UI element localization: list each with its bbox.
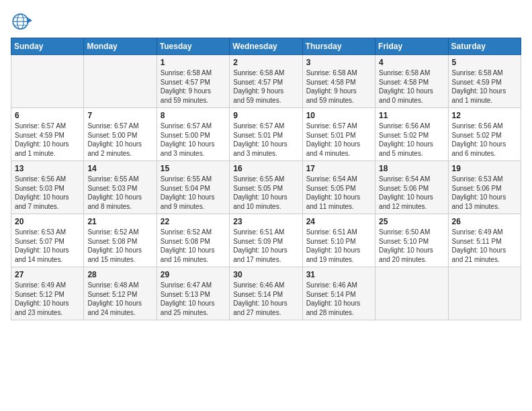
day-number: 20 [15, 217, 80, 226]
day-number: 21 [87, 217, 152, 226]
calendar-cell: 21Sunrise: 6:52 AM Sunset: 5:08 PM Dayli… [84, 214, 157, 267]
calendar-cell: 29Sunrise: 6:47 AM Sunset: 5:13 PM Dayli… [157, 267, 229, 320]
calendar-cell: 27Sunrise: 6:49 AM Sunset: 5:12 PM Dayli… [11, 267, 84, 320]
day-number: 7 [87, 111, 152, 120]
calendar-cell: 6Sunrise: 6:57 AM Sunset: 4:59 PM Daylig… [11, 108, 84, 161]
calendar-table: SundayMondayTuesdayWednesdayThursdayFrid… [11, 38, 521, 320]
calendar-cell: 28Sunrise: 6:48 AM Sunset: 5:12 PM Dayli… [84, 267, 157, 320]
calendar-cell: 7Sunrise: 6:57 AM Sunset: 5:00 PM Daylig… [84, 108, 157, 161]
week-row-2: 6Sunrise: 6:57 AM Sunset: 4:59 PM Daylig… [11, 108, 521, 161]
day-number: 15 [161, 164, 226, 173]
day-number: 31 [306, 270, 371, 279]
day-number: 30 [233, 270, 298, 279]
calendar-cell: 16Sunrise: 6:55 AM Sunset: 5:05 PM Dayli… [230, 161, 302, 214]
cell-content: Sunrise: 6:49 AM Sunset: 5:12 PM Dayligh… [15, 281, 80, 317]
week-row-3: 13Sunrise: 6:56 AM Sunset: 5:03 PM Dayli… [11, 161, 521, 214]
cell-content: Sunrise: 6:50 AM Sunset: 5:10 PM Dayligh… [379, 228, 444, 264]
cell-content: Sunrise: 6:53 AM Sunset: 5:07 PM Dayligh… [15, 228, 80, 264]
cell-content: Sunrise: 6:55 AM Sunset: 5:04 PM Dayligh… [161, 175, 226, 211]
header-day-tuesday: Tuesday [157, 38, 229, 55]
calendar-cell [11, 55, 84, 108]
day-number: 23 [233, 217, 298, 226]
day-number: 16 [233, 164, 298, 173]
header-day-sunday: Sunday [11, 38, 84, 55]
header-day-friday: Friday [375, 38, 448, 55]
cell-content: Sunrise: 6:57 AM Sunset: 4:59 PM Dayligh… [15, 122, 80, 158]
cell-content: Sunrise: 6:58 AM Sunset: 4:57 PM Dayligh… [233, 68, 298, 105]
day-number: 22 [161, 217, 226, 226]
calendar-cell: 4Sunrise: 6:58 AM Sunset: 4:58 PM Daylig… [375, 55, 448, 108]
calendar-cell: 11Sunrise: 6:56 AM Sunset: 5:02 PM Dayli… [375, 108, 448, 161]
calendar-cell: 8Sunrise: 6:57 AM Sunset: 5:00 PM Daylig… [157, 108, 229, 161]
day-number: 2 [233, 58, 298, 67]
day-number: 8 [161, 111, 226, 120]
cell-content: Sunrise: 6:54 AM Sunset: 5:05 PM Dayligh… [306, 175, 371, 211]
calendar-cell [448, 267, 521, 320]
cell-content: Sunrise: 6:58 AM Sunset: 4:58 PM Dayligh… [306, 68, 371, 105]
logo [11, 11, 35, 32]
cell-content: Sunrise: 6:46 AM Sunset: 5:14 PM Dayligh… [306, 281, 371, 317]
cell-content: Sunrise: 6:56 AM Sunset: 5:03 PM Dayligh… [15, 175, 80, 211]
day-number: 13 [15, 164, 80, 173]
header-day-thursday: Thursday [302, 38, 375, 55]
day-number: 4 [379, 58, 444, 67]
header-row: SundayMondayTuesdayWednesdayThursdayFrid… [11, 38, 521, 55]
cell-content: Sunrise: 6:57 AM Sunset: 5:01 PM Dayligh… [233, 122, 298, 158]
cell-content: Sunrise: 6:55 AM Sunset: 5:03 PM Dayligh… [87, 175, 152, 211]
calendar-cell: 9Sunrise: 6:57 AM Sunset: 5:01 PM Daylig… [230, 108, 302, 161]
cell-content: Sunrise: 6:57 AM Sunset: 5:00 PM Dayligh… [87, 122, 152, 158]
day-number: 17 [306, 164, 371, 173]
calendar-cell: 15Sunrise: 6:55 AM Sunset: 5:04 PM Dayli… [157, 161, 229, 214]
cell-content: Sunrise: 6:54 AM Sunset: 5:06 PM Dayligh… [379, 175, 444, 211]
calendar-cell: 20Sunrise: 6:53 AM Sunset: 5:07 PM Dayli… [11, 214, 84, 267]
calendar-cell: 26Sunrise: 6:49 AM Sunset: 5:11 PM Dayli… [448, 214, 521, 267]
cell-content: Sunrise: 6:56 AM Sunset: 5:02 PM Dayligh… [379, 122, 444, 158]
day-number: 18 [379, 164, 444, 173]
day-number: 14 [87, 164, 152, 173]
calendar-cell: 19Sunrise: 6:53 AM Sunset: 5:06 PM Dayli… [448, 161, 521, 214]
day-number: 19 [452, 164, 517, 173]
logo-icon [11, 11, 32, 32]
calendar-cell: 10Sunrise: 6:57 AM Sunset: 5:01 PM Dayli… [302, 108, 375, 161]
week-row-1: 1Sunrise: 6:58 AM Sunset: 4:57 PM Daylig… [11, 55, 521, 108]
day-number: 11 [379, 111, 444, 120]
svg-marker-6 [27, 17, 32, 24]
day-number: 26 [452, 217, 517, 226]
day-number: 24 [306, 217, 371, 226]
cell-content: Sunrise: 6:58 AM Sunset: 4:57 PM Dayligh… [161, 68, 226, 105]
page-header [11, 11, 521, 32]
day-number: 6 [15, 111, 80, 120]
calendar-cell: 23Sunrise: 6:51 AM Sunset: 5:09 PM Dayli… [230, 214, 302, 267]
calendar-cell: 18Sunrise: 6:54 AM Sunset: 5:06 PM Dayli… [375, 161, 448, 214]
week-row-5: 27Sunrise: 6:49 AM Sunset: 5:12 PM Dayli… [11, 267, 521, 320]
day-number: 9 [233, 111, 298, 120]
cell-content: Sunrise: 6:55 AM Sunset: 5:05 PM Dayligh… [233, 175, 298, 211]
day-number: 10 [306, 111, 371, 120]
calendar-cell: 17Sunrise: 6:54 AM Sunset: 5:05 PM Dayli… [302, 161, 375, 214]
cell-content: Sunrise: 6:52 AM Sunset: 5:08 PM Dayligh… [161, 228, 226, 264]
day-number: 3 [306, 58, 371, 67]
cell-content: Sunrise: 6:58 AM Sunset: 4:59 PM Dayligh… [452, 68, 517, 105]
cell-content: Sunrise: 6:46 AM Sunset: 5:14 PM Dayligh… [233, 281, 298, 317]
calendar-cell: 31Sunrise: 6:46 AM Sunset: 5:14 PM Dayli… [302, 267, 375, 320]
day-number: 1 [161, 58, 226, 67]
cell-content: Sunrise: 6:57 AM Sunset: 5:01 PM Dayligh… [306, 122, 371, 158]
cell-content: Sunrise: 6:47 AM Sunset: 5:13 PM Dayligh… [161, 281, 226, 317]
cell-content: Sunrise: 6:49 AM Sunset: 5:11 PM Dayligh… [452, 228, 517, 264]
week-row-4: 20Sunrise: 6:53 AM Sunset: 5:07 PM Dayli… [11, 214, 521, 267]
day-number: 27 [15, 270, 80, 279]
cell-content: Sunrise: 6:52 AM Sunset: 5:08 PM Dayligh… [87, 228, 152, 264]
day-number: 29 [161, 270, 226, 279]
calendar-cell: 14Sunrise: 6:55 AM Sunset: 5:03 PM Dayli… [84, 161, 157, 214]
cell-content: Sunrise: 6:56 AM Sunset: 5:02 PM Dayligh… [452, 122, 517, 158]
header-day-wednesday: Wednesday [230, 38, 302, 55]
calendar-cell [375, 267, 448, 320]
cell-content: Sunrise: 6:53 AM Sunset: 5:06 PM Dayligh… [452, 175, 517, 211]
calendar-cell: 5Sunrise: 6:58 AM Sunset: 4:59 PM Daylig… [448, 55, 521, 108]
cell-content: Sunrise: 6:51 AM Sunset: 5:10 PM Dayligh… [306, 228, 371, 264]
calendar-cell: 25Sunrise: 6:50 AM Sunset: 5:10 PM Dayli… [375, 214, 448, 267]
header-day-monday: Monday [84, 38, 157, 55]
calendar-cell: 12Sunrise: 6:56 AM Sunset: 5:02 PM Dayli… [448, 108, 521, 161]
calendar-cell: 3Sunrise: 6:58 AM Sunset: 4:58 PM Daylig… [302, 55, 375, 108]
calendar-cell: 13Sunrise: 6:56 AM Sunset: 5:03 PM Dayli… [11, 161, 84, 214]
